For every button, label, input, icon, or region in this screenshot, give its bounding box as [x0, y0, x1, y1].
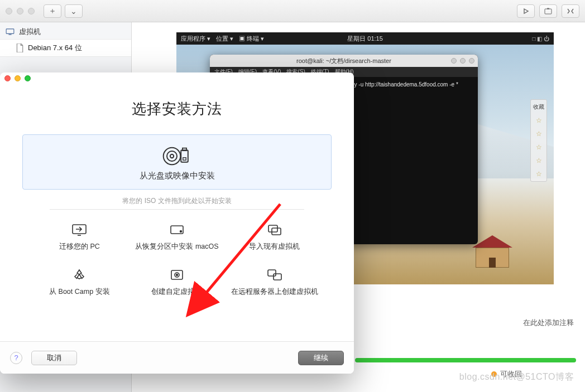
- close-window-icon[interactable]: [6, 8, 12, 14]
- guest-clock: 星期日 01:15: [347, 35, 383, 43]
- terminal-max-icon[interactable]: [460, 58, 466, 64]
- svg-rect-2: [6, 29, 14, 34]
- option-create-custom-vm[interactable]: 创建自定虚拟机: [131, 268, 223, 297]
- option-remote-server-vm[interactable]: 在远程服务器上创建虚拟机: [228, 268, 320, 297]
- dialog-minimize-icon[interactable]: [15, 75, 21, 81]
- toolbar-left: ＋ ⌄: [44, 4, 83, 18]
- guest-menu-terminal[interactable]: ▣ 终端 ▾: [239, 35, 264, 43]
- guest-topbar: 应用程序 ▾ 位置 ▾ ▣ 终端 ▾ 星期日 01:15 □ ◧ ⏻: [176, 32, 554, 45]
- dropdown-button[interactable]: ⌄: [65, 4, 83, 18]
- disk-usage-bar: [355, 358, 576, 362]
- iso-drop-hint: 将您的 ISO 文件拖到此处以开始安装: [22, 196, 332, 206]
- install-from-disc-label: 从光盘或映像中安装: [140, 171, 215, 181]
- option-bootcamp[interactable]: 从 Boot Camp 安装: [33, 268, 126, 297]
- play-button[interactable]: [517, 4, 535, 18]
- watermark: blog.csdn.net@51CTO博客: [459, 371, 574, 383]
- star-icon[interactable]: ☆: [536, 170, 542, 178]
- zoom-window-icon[interactable]: [28, 8, 35, 14]
- svg-rect-3: [8, 34, 11, 35]
- dialog-close-icon[interactable]: [4, 75, 11, 81]
- option-import-vm[interactable]: 导入现有虚拟机: [228, 223, 320, 251]
- svg-rect-9: [183, 158, 186, 161]
- svg-rect-13: [268, 225, 277, 232]
- dialog-titlebar: [0, 72, 354, 84]
- snapshot-button[interactable]: [539, 4, 557, 18]
- svg-rect-1: [547, 8, 549, 9]
- star-icon[interactable]: ☆: [536, 157, 542, 164]
- svg-rect-14: [272, 228, 281, 235]
- dialog-zoom-icon[interactable]: [25, 75, 31, 81]
- option-install-macos-recovery[interactable]: 从恢复分区中安装 macOS: [131, 223, 223, 251]
- guest-menu-places[interactable]: 位置 ▾: [216, 35, 233, 43]
- guest-favorites-label: 收藏: [533, 103, 544, 111]
- import-vm-icon: [266, 223, 283, 236]
- option-migrate-pc[interactable]: 迁移您的 PC: [33, 223, 126, 251]
- guest-tray: □ ◧ ⏻: [532, 36, 549, 42]
- help-button[interactable]: ?: [10, 352, 22, 364]
- custom-vm-icon: [169, 268, 185, 282]
- svg-rect-8: [183, 148, 186, 151]
- cabin-illustration: [476, 234, 515, 268]
- install-options-grid: 迁移您的 PC 从恢复分区中安装 macOS 导入现有虚拟机 从 Boot Ca…: [22, 223, 332, 297]
- svg-point-17: [176, 274, 178, 276]
- terminal-title: root@kali: ~/文档/dirsearch-master: [296, 57, 391, 65]
- remote-vm-icon: [266, 268, 283, 282]
- svg-point-4: [164, 148, 181, 165]
- install-from-disc-card[interactable]: 从光盘或映像中安装: [22, 134, 332, 190]
- dialog-title: 选择安装方法: [22, 99, 332, 119]
- star-icon[interactable]: ☆: [536, 117, 542, 124]
- divider: [50, 209, 304, 210]
- terminal-close-icon[interactable]: [469, 58, 474, 64]
- guest-favorites-panel: 收藏 ☆ ☆ ☆ ☆ ☆: [530, 99, 547, 182]
- hdd-icon: [169, 223, 185, 236]
- guest-menu-apps[interactable]: 应用程序 ▾: [181, 35, 210, 43]
- terminal-min-icon[interactable]: [451, 58, 457, 64]
- svg-point-6: [170, 154, 174, 158]
- cancel-button[interactable]: 取消: [31, 351, 77, 365]
- add-button[interactable]: ＋: [44, 4, 61, 18]
- svg-rect-19: [274, 274, 281, 280]
- notes-placeholder[interactable]: 在此处添加注释: [523, 318, 574, 328]
- terminal-titlebar: root@kali: ~/文档/dirsearch-master: [210, 55, 478, 67]
- continue-button[interactable]: 继续: [298, 351, 344, 365]
- migrate-pc-icon: [71, 223, 88, 236]
- star-icon[interactable]: ☆: [536, 130, 542, 138]
- sidebar-section-vms[interactable]: 虚拟机: [0, 25, 131, 39]
- disc-usb-icon: [162, 145, 192, 167]
- svg-rect-0: [545, 9, 552, 14]
- toolbar-right: [517, 4, 579, 18]
- window-controls: [6, 8, 35, 14]
- svg-rect-18: [268, 270, 276, 276]
- bootcamp-icon: [71, 268, 88, 282]
- svg-point-12: [180, 231, 182, 233]
- settings-button[interactable]: [562, 4, 579, 18]
- svg-point-5: [167, 151, 177, 161]
- document-icon: [16, 43, 23, 52]
- dialog-footer: ? 取消 继续: [0, 341, 354, 374]
- sidebar-item-label: Debian 7.x 64 位: [28, 43, 82, 53]
- star-icon[interactable]: ☆: [536, 143, 542, 151]
- install-method-dialog: 选择安装方法 从光盘或映像中安装 将您的 ISO 文件拖到此处以开始安装 迁移您…: [0, 72, 354, 374]
- monitor-icon: [6, 28, 15, 35]
- sidebar-item-debian[interactable]: Debian 7.x 64 位: [0, 39, 131, 57]
- titlebar: ＋ ⌄: [0, 0, 585, 22]
- terminal-window-buttons: [451, 58, 474, 64]
- dialog-body: 选择安装方法 从光盘或映像中安装 将您的 ISO 文件拖到此处以开始安装 迁移您…: [0, 84, 354, 297]
- minimize-window-icon[interactable]: [17, 8, 23, 14]
- sidebar-section-label: 虚拟机: [19, 27, 41, 37]
